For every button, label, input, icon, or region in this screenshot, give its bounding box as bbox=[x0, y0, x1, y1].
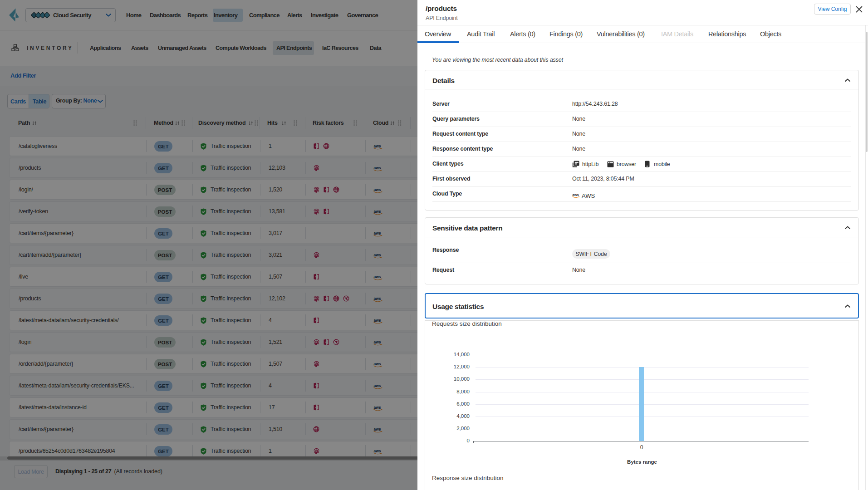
svg-text:aws: aws bbox=[573, 193, 579, 197]
